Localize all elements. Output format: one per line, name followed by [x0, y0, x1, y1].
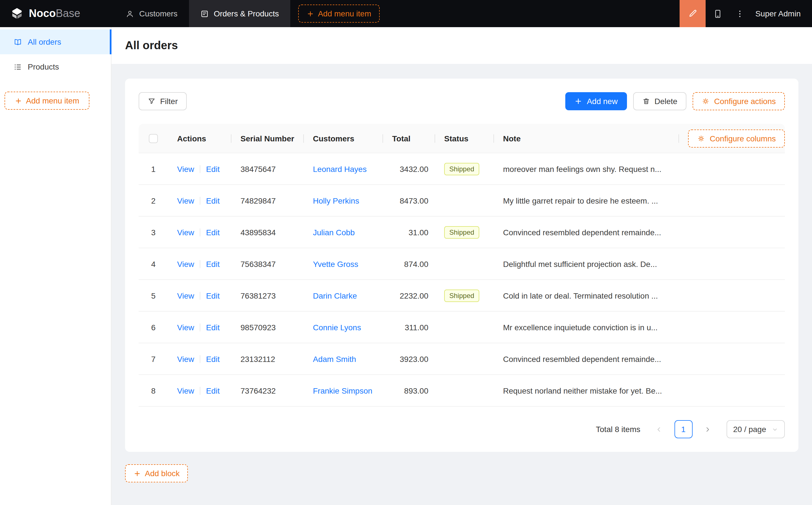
more-options-button[interactable]: [730, 0, 750, 27]
select-all-checkbox[interactable]: [149, 134, 158, 143]
table-row: 1 View Edit 38475647 Leonard Hayes 3432.…: [139, 153, 785, 185]
row-index: 5: [139, 280, 168, 311]
note-cell: Convinced resembled dependent remainde..…: [494, 216, 785, 248]
edit-link[interactable]: Edit: [206, 259, 220, 268]
plus-icon: [15, 97, 22, 104]
add-menu-item-label: Add menu item: [318, 9, 371, 18]
customer-link[interactable]: Connie Lyons: [313, 323, 361, 332]
sidebar-item-label: All orders: [28, 37, 61, 46]
pagination-total: Total 8 items: [596, 425, 640, 434]
edit-link[interactable]: Edit: [206, 196, 220, 205]
sidebar: All orders Products Add menu item: [0, 27, 112, 505]
highlight-pen-icon: [687, 8, 698, 19]
add-menu-item-button-topnav[interactable]: Add menu item: [298, 5, 380, 23]
row-index: 6: [139, 312, 168, 343]
sidebar-item-label: Products: [28, 62, 59, 71]
nav-item-customers[interactable]: Customers: [114, 0, 189, 27]
customer-link[interactable]: Leonard Hayes: [313, 164, 367, 173]
view-link[interactable]: View: [177, 228, 194, 237]
add-menu-item-label: Add menu item: [26, 96, 79, 105]
edit-link[interactable]: Edit: [206, 386, 220, 395]
page-size-select[interactable]: 20 / page: [726, 420, 785, 438]
gear-icon: [702, 97, 709, 105]
note-cell: Delightful met sufficient projection ask…: [494, 248, 785, 279]
tablet-icon: [713, 9, 723, 18]
row-actions: View Edit: [168, 343, 232, 374]
note-cell: Cold in late or deal. Terminated resolut…: [494, 280, 785, 311]
view-link[interactable]: View: [177, 259, 194, 268]
customer-cell: Leonard Hayes: [304, 153, 383, 184]
status-cell: Shipped: [435, 216, 494, 248]
page-content: Filter Add new Delete: [112, 64, 812, 505]
view-link[interactable]: View: [177, 164, 194, 173]
customer-cell: Darin Clarke: [304, 280, 383, 311]
add-menu-item-button-sidebar[interactable]: Add menu item: [5, 92, 90, 110]
ui-editor-button[interactable]: [680, 0, 706, 27]
view-link[interactable]: View: [177, 386, 194, 395]
serial-number-cell: 73764232: [232, 375, 304, 406]
next-page-button[interactable]: [698, 420, 717, 438]
orders-table-block: Filter Add new Delete: [125, 78, 798, 452]
note-cell: Mr excellence inquietude conviction is i…: [494, 312, 785, 343]
page-title: All orders: [125, 39, 178, 52]
nav-item-label: Orders & Products: [214, 9, 279, 18]
user-icon: [126, 9, 134, 18]
page-1-button[interactable]: 1: [674, 420, 692, 438]
customer-link[interactable]: Julian Cobb: [313, 228, 355, 237]
view-link[interactable]: View: [177, 323, 194, 332]
note-cell: Request norland neither mistake for yet.…: [494, 375, 785, 406]
row-actions: View Edit: [168, 248, 232, 279]
cube-logo-icon: [10, 7, 24, 20]
view-link[interactable]: View: [177, 354, 194, 363]
select-all-cell: [139, 124, 168, 153]
filter-button[interactable]: Filter: [139, 92, 187, 110]
table-row: 5 View Edit 76381273 Darin Clarke 2232.0…: [139, 280, 785, 312]
form-icon: [200, 9, 209, 18]
add-new-button[interactable]: Add new: [565, 92, 627, 110]
add-block-button[interactable]: Add block: [125, 464, 188, 482]
customer-link[interactable]: Darin Clarke: [313, 291, 357, 300]
edit-link[interactable]: Edit: [206, 323, 220, 332]
customer-link[interactable]: Adam Smith: [313, 354, 356, 363]
serial-number-cell: 98570923: [232, 312, 304, 343]
row-actions: View Edit: [168, 312, 232, 343]
table-toolbar: Filter Add new Delete: [139, 92, 785, 110]
edit-link[interactable]: Edit: [206, 291, 220, 300]
row-actions: View Edit: [168, 216, 232, 248]
serial-number-cell: 74829847: [232, 185, 304, 216]
customer-link[interactable]: Holly Perkins: [313, 196, 359, 205]
status-cell: [435, 343, 494, 374]
edit-link[interactable]: Edit: [206, 354, 220, 363]
prev-page-button[interactable]: [650, 420, 668, 438]
edit-link[interactable]: Edit: [206, 228, 220, 237]
sidebar-item-all-orders[interactable]: All orders: [0, 29, 111, 54]
customer-link[interactable]: Yvette Gross: [313, 259, 358, 268]
trash-icon: [642, 97, 650, 105]
sidebar-item-products[interactable]: Products: [0, 54, 111, 79]
plus-icon: [574, 97, 582, 105]
pagination: Total 8 items 1 20 / page: [139, 420, 785, 438]
configure-actions-button[interactable]: Configure actions: [693, 92, 785, 110]
logo[interactable]: NocoBase: [0, 7, 114, 20]
configure-columns-label: Configure columns: [710, 134, 776, 143]
serial-number-cell: 76381273: [232, 280, 304, 311]
action-divider: [200, 386, 200, 394]
customer-link[interactable]: Frankie Simpson: [313, 386, 372, 395]
action-divider: [200, 323, 200, 331]
status-cell: [435, 248, 494, 279]
table-row: 4 View Edit 75638347 Yvette Gross 874.00…: [139, 248, 785, 280]
action-divider: [200, 355, 200, 363]
filter-label: Filter: [160, 97, 178, 106]
total-cell: 311.00: [383, 312, 435, 343]
mobile-devices-button[interactable]: [706, 0, 730, 27]
table-row: 6 View Edit 98570923 Connie Lyons 311.00…: [139, 312, 785, 343]
action-divider: [200, 165, 200, 173]
total-cell: 3432.00: [383, 153, 435, 184]
nav-item-orders-products[interactable]: Orders & Products: [189, 0, 290, 27]
view-link[interactable]: View: [177, 291, 194, 300]
edit-link[interactable]: Edit: [206, 164, 220, 173]
delete-button[interactable]: Delete: [633, 92, 686, 110]
view-link[interactable]: View: [177, 196, 194, 205]
configure-columns-button[interactable]: Configure columns: [688, 129, 785, 147]
user-name[interactable]: Super Admin: [750, 9, 812, 18]
